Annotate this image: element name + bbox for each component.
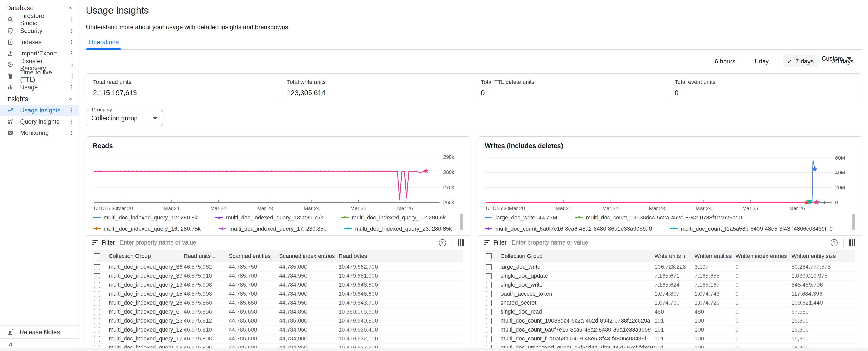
select-all-checkbox[interactable] [486, 253, 492, 259]
row-checkbox[interactable] [94, 264, 100, 270]
help-icon[interactable]: ? [831, 239, 838, 246]
row-checkbox[interactable] [486, 273, 492, 279]
table-row[interactable]: multi_doc_indexed_query_23 46,575,812 44… [93, 316, 463, 325]
row-checkbox[interactable] [94, 318, 100, 324]
cell-collection-group: multi_doc_indexed_query_17 [109, 334, 184, 343]
row-checkbox[interactable] [486, 291, 492, 297]
legend-marker-icon: ● [485, 217, 493, 218]
legend-scrollbar[interactable] [460, 214, 463, 230]
cell-read-bytes: 10,390,065,600 [339, 308, 463, 316]
sidebar-item-usage[interactable]: Usage [0, 82, 79, 93]
custom-range-button[interactable]: Custom [822, 55, 851, 62]
select-all-checkbox[interactable] [94, 253, 100, 259]
svg-text:Mar 23: Mar 23 [257, 206, 273, 211]
cell-scanned-entities: 44,785,650 [229, 308, 279, 316]
table-row[interactable]: multi_doc_count_19038dc4-5c2a-452d-8942-… [485, 316, 855, 325]
table-row[interactable]: large_doc_write 106,728,228 3,197 0 50,2… [485, 262, 855, 271]
divider [843, 238, 844, 247]
overflow-menu-icon[interactable] [68, 84, 75, 91]
row-checkbox[interactable] [486, 264, 492, 270]
sidebar-item-usage-insights[interactable]: Usage insights [0, 105, 79, 116]
overflow-menu-icon[interactable] [69, 61, 75, 68]
row-checkbox[interactable] [486, 318, 492, 324]
sidebar-item-indexes[interactable]: Indexes [0, 36, 79, 48]
time-range-chip[interactable]: 1 day [749, 55, 773, 67]
table-row[interactable]: shared_secret 1,074,790 1,074,720 0 109,… [485, 298, 855, 308]
table-row[interactable]: multi_doc_indexed_query_13 46,575,908 44… [93, 281, 463, 289]
row-checkbox[interactable] [486, 336, 492, 342]
row-checkbox[interactable] [94, 309, 100, 315]
column-header-sorted[interactable]: Write units↓ [655, 250, 694, 262]
table-row[interactable]: single_doc_read 480 480 0 67,680 [485, 308, 855, 316]
row-checkbox[interactable] [94, 300, 100, 306]
overflow-menu-icon[interactable] [69, 72, 75, 79]
column-header[interactable]: Written entities [694, 250, 736, 262]
column-header[interactable]: Collection Group [501, 250, 655, 262]
filter-input[interactable] [512, 239, 831, 246]
table-row[interactable]: multi_doc_indexed_query_12 46,575,810 44… [93, 325, 463, 334]
overflow-menu-icon[interactable] [68, 16, 75, 23]
row-checkbox[interactable] [486, 327, 492, 333]
overflow-menu-icon[interactable] [68, 107, 75, 114]
filter-input[interactable] [120, 239, 439, 246]
table-row[interactable]: multi_doc_indexed_query_17 46,575,808 44… [93, 334, 463, 343]
sidebar-item-firestore-studio[interactable]: Firestore Studio [0, 14, 79, 25]
help-icon[interactable]: ? [439, 239, 446, 246]
table-row[interactable]: multi_doc_indexed_query_15 46,575,908 44… [93, 289, 463, 298]
reads-table: Collection Group Read units↓ Scanned ent… [93, 250, 463, 351]
reads-panel-title: Reads [93, 142, 463, 150]
column-header[interactable]: Written index entries [736, 250, 792, 262]
table-row[interactable]: multi_doc_count_f1a5a58b-5409-48e5-8f43-… [485, 334, 855, 343]
overflow-menu-icon[interactable] [68, 118, 75, 125]
tab-operations[interactable]: Operations [86, 38, 121, 49]
row-checkbox[interactable] [94, 273, 100, 279]
row-checkbox[interactable] [94, 291, 100, 297]
table-row[interactable]: single_doc_write 7,165,624 7,165,167 0 8… [485, 281, 855, 289]
column-settings-icon[interactable] [458, 239, 464, 246]
table-row[interactable]: single_doc_update 7,165,671 7,165,655 0 … [485, 271, 855, 281]
sidebar-item-security[interactable]: Security [0, 25, 79, 36]
time-range-chip[interactable]: 6 hours [711, 55, 739, 67]
horizontal-scrollbar-track[interactable] [0, 348, 868, 351]
cell-written-entities: 1,074,720 [694, 298, 736, 308]
release-notes-link[interactable]: Release Notes [0, 326, 79, 339]
row-checkbox[interactable] [486, 282, 492, 288]
table-row[interactable]: oauth_access_token 1,074,807 1,074,743 0… [485, 289, 855, 298]
legend-scrollbar[interactable] [851, 214, 855, 230]
overflow-menu-icon[interactable] [68, 129, 75, 136]
column-header-sorted[interactable]: Read units↓ [184, 250, 229, 262]
legend-marker-icon: ■ [341, 217, 349, 218]
legend-item: ▼ multi_doc_count_f1a5a58b-5409-48e5-8f4… [670, 226, 833, 232]
column-header[interactable]: Collection Group [109, 250, 184, 262]
sidebar-item-monitoring[interactable]: Monitoring [0, 127, 79, 139]
sidebar-item-ttl[interactable]: Time-to-live (TTL) [0, 70, 79, 82]
cell-scanned-entities: 44,785,600 [229, 325, 279, 334]
sidebar-item-query-insights[interactable]: Query insights [0, 116, 79, 127]
row-checkbox[interactable] [94, 336, 100, 342]
column-header[interactable]: Read bytes [339, 250, 463, 262]
column-settings-icon[interactable] [849, 239, 856, 246]
table-row[interactable]: multi_doc_indexed_query_36 46,575,962 44… [93, 262, 463, 271]
sidebar-section-insights[interactable]: Insights [0, 93, 79, 105]
stat-value: 0 [481, 89, 668, 97]
cell-collection-group: multi_doc_count_f1a5a58b-5409-48e5-8f43-… [501, 334, 655, 343]
table-row[interactable]: multi_doc_indexed_query_39 46,575,910 44… [93, 271, 463, 281]
legend-item-label: multi_doc_indexed_query_15: 280.8k [352, 214, 446, 221]
overflow-menu-icon[interactable] [68, 50, 75, 57]
overflow-menu-icon[interactable] [68, 27, 75, 34]
overflow-menu-icon[interactable] [68, 39, 75, 46]
row-checkbox[interactable] [94, 282, 100, 288]
row-checkbox[interactable] [94, 327, 100, 333]
group-by-select[interactable]: Group by Collection group [86, 110, 163, 126]
table-row[interactable]: multi_doc_count_6a0f7e16-8ca6-48a2-8480-… [485, 325, 855, 334]
table-row[interactable]: multi_doc_indexed_query_26 46,575,860 44… [93, 298, 463, 308]
column-header[interactable]: Scanned entities [229, 250, 279, 262]
row-checkbox[interactable] [486, 309, 492, 315]
column-header[interactable]: Written entity size [792, 250, 855, 262]
writes-table-header-row: Collection Group Write units↓ Written en… [485, 250, 855, 262]
time-range-chip[interactable]: ✓ 7 days [783, 55, 818, 67]
row-checkbox[interactable] [486, 300, 492, 306]
column-header[interactable]: Scanned index entries [279, 250, 339, 262]
table-row[interactable]: multi_doc_indexed_query_6 46,575,856 44,… [93, 308, 463, 316]
tab-bar: Operations [86, 38, 862, 50]
